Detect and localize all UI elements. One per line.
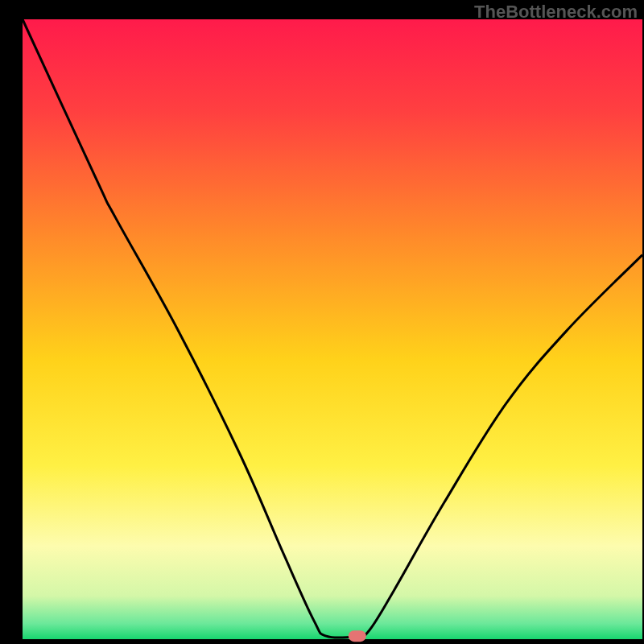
chart-container: TheBottleneck.com (0, 0, 644, 644)
bottleneck-chart (0, 0, 644, 644)
watermark-text: TheBottleneck.com (474, 2, 638, 23)
optimal-marker (349, 630, 366, 642)
plot-background (23, 19, 642, 639)
